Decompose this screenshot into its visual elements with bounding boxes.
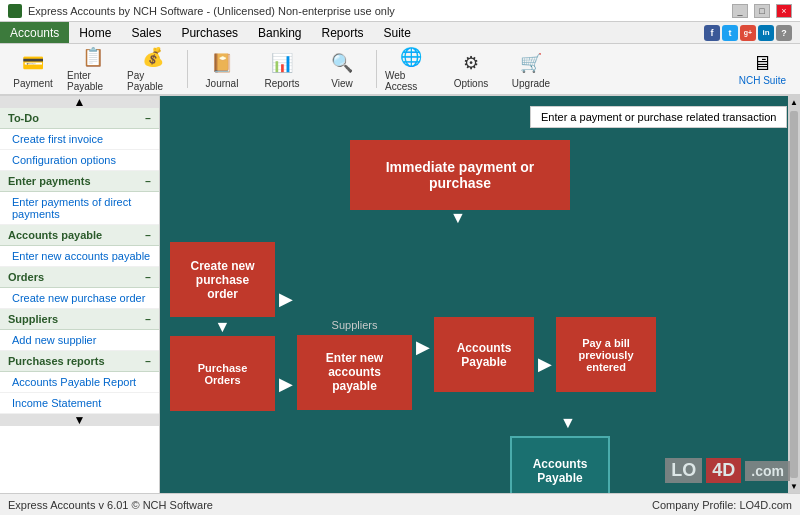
separator-1 xyxy=(187,50,188,88)
sidebar-item-income-statement[interactable]: Income Statement xyxy=(0,393,159,414)
sidebar-item-ap-report[interactable]: Accounts Payable Report xyxy=(0,372,159,393)
main-layout: ▲ To-Do − Create first invoice Configura… xyxy=(0,96,800,493)
bottom-accounts-payable-box: Accounts Payable xyxy=(510,436,610,493)
journal-icon: 📔 xyxy=(208,49,236,76)
view-button[interactable]: 🔍 View xyxy=(313,46,371,92)
web-access-button[interactable]: 🌐 Web Access xyxy=(382,46,440,92)
scroll-thumb[interactable] xyxy=(790,111,798,478)
arrows-col: ▶ ▶ xyxy=(275,242,297,411)
down-arrow-2: ▼ xyxy=(560,413,790,432)
arrow-right-2: ▶ xyxy=(412,282,434,411)
linkedin-icon[interactable]: in xyxy=(758,25,774,41)
menu-home[interactable]: Home xyxy=(69,22,121,43)
twitter-icon[interactable]: t xyxy=(722,25,738,41)
upgrade-icon: 🛒 xyxy=(517,49,545,76)
sidebar-item-create-invoice[interactable]: Create first invoice xyxy=(0,129,159,150)
content-area: ▲ ▼ Enter a payment or purchase related … xyxy=(160,96,800,493)
sidebar-item-create-purchase-order[interactable]: Create new purchase order xyxy=(0,288,159,309)
right-arrow-bottom: ▶ xyxy=(279,373,293,395)
enter-accounts-payable-box: Enter new accounts payable xyxy=(297,335,412,410)
create-purchase-order-box: Create new purchase order xyxy=(170,242,275,317)
options-icon: ⚙ xyxy=(457,49,485,76)
sidebar-item-new-accounts-payable[interactable]: Enter new accounts payable xyxy=(0,246,159,267)
down-arrow-from-immediate: ▼ xyxy=(450,210,790,226)
close-button[interactable]: × xyxy=(776,4,792,18)
sidebar-section-orders[interactable]: Orders − xyxy=(0,267,159,288)
journal-button[interactable]: 📔 Journal xyxy=(193,46,251,92)
purchase-orders-box: Purchase Orders xyxy=(170,336,275,411)
accounts-payable-box: Accounts Payable xyxy=(434,317,534,392)
suppliers-label-top: Suppliers xyxy=(332,319,378,331)
sidebar-item-direct-payments[interactable]: Enter payments of direct payments xyxy=(0,192,159,225)
view-icon: 🔍 xyxy=(328,49,356,76)
top-section: Enter a payment or purchase related tran… xyxy=(170,106,790,226)
nch-suite-label[interactable]: NCH Suite xyxy=(739,75,786,86)
pay-payable-button[interactable]: 💰 Pay Payable xyxy=(124,46,182,92)
left-col: Create new purchase order ▼ Purchase Ord… xyxy=(170,242,275,411)
enter-payable-button[interactable]: 📋 Enter Payable xyxy=(64,46,122,92)
facebook-icon[interactable]: f xyxy=(704,25,720,41)
pay-bill-col: Pay a bill previously entered xyxy=(556,317,656,411)
payment-button[interactable]: 💳 Payment xyxy=(4,46,62,92)
menu-sales[interactable]: Sales xyxy=(121,22,171,43)
scroll-down-arrow[interactable]: ▼ xyxy=(790,482,798,491)
company-profile: Company Profile: LO4D.com xyxy=(652,499,792,511)
sidebar: To-Do − Create first invoice Configurati… xyxy=(0,108,160,414)
title-bar: Express Accounts by NCH Software - (Unli… xyxy=(0,0,800,22)
social-icons: f t g+ in ? xyxy=(704,25,792,41)
watermark: LO 4D .com xyxy=(665,458,790,483)
reports-button[interactable]: 📊 Reports xyxy=(253,46,311,92)
flow-diagram: Enter a payment or purchase related tran… xyxy=(170,106,790,493)
flow-main-row: Create new purchase order ▼ Purchase Ord… xyxy=(170,242,790,411)
toolbar: 💳 Payment 📋 Enter Payable 💰 Pay Payable … xyxy=(0,44,800,96)
sidebar-item-add-supplier[interactable]: Add new supplier xyxy=(0,330,159,351)
middle-col: Suppliers Enter new accounts payable xyxy=(297,242,412,411)
down-arrow-1: ▼ xyxy=(215,317,231,336)
menu-purchases[interactable]: Purchases xyxy=(171,22,248,43)
accounts-payable-col: Accounts Payable xyxy=(434,317,534,411)
minimize-button[interactable]: _ xyxy=(732,4,748,18)
title-text: Express Accounts by NCH Software - (Unli… xyxy=(28,5,395,17)
watermark-4d: 4D xyxy=(706,458,741,483)
scroll-up-arrow[interactable]: ▲ xyxy=(790,98,798,107)
arrow-right-3: ▶ xyxy=(534,317,556,411)
sidebar-item-config[interactable]: Configuration options xyxy=(0,150,159,171)
immediate-payment-box: Immediate payment or purchase xyxy=(350,140,570,210)
separator-2 xyxy=(376,50,377,88)
payment-icon: 💳 xyxy=(19,49,47,76)
menu-banking[interactable]: Banking xyxy=(248,22,311,43)
menu-accounts[interactable]: Accounts xyxy=(0,22,69,43)
status-right: Company Profile: LO4D.com xyxy=(652,499,792,511)
window-controls[interactable]: _ □ × xyxy=(732,4,792,18)
menu-reports[interactable]: Reports xyxy=(311,22,373,43)
reports-icon: 📊 xyxy=(268,49,296,76)
pay-bill-box: Pay a bill previously entered xyxy=(556,317,656,392)
sidebar-section-accounts-payable[interactable]: Accounts payable − xyxy=(0,225,159,246)
app-icon xyxy=(8,4,22,18)
help-icon[interactable]: ? xyxy=(776,25,792,41)
watermark-com: .com xyxy=(745,461,790,481)
pay-payable-icon: 💰 xyxy=(139,46,167,68)
menu-suite[interactable]: Suite xyxy=(374,22,421,43)
right-arrow-4: ▶ xyxy=(538,353,552,375)
options-button[interactable]: ⚙ Options xyxy=(442,46,500,92)
hint-box: Enter a payment or purchase related tran… xyxy=(530,106,787,128)
sidebar-section-purchases-reports[interactable]: Purchases reports − xyxy=(0,351,159,372)
sidebar-scroll-up[interactable]: ▲ xyxy=(0,96,159,108)
upgrade-button[interactable]: 🛒 Upgrade xyxy=(502,46,560,92)
maximize-button[interactable]: □ xyxy=(754,4,770,18)
menu-bar: Accounts Home Sales Purchases Banking Re… xyxy=(0,22,800,44)
status-bar: Express Accounts v 6.01 © NCH Software C… xyxy=(0,493,800,515)
google-icon[interactable]: g+ xyxy=(740,25,756,41)
sidebar-section-todo[interactable]: To-Do − xyxy=(0,108,159,129)
enter-payable-icon: 📋 xyxy=(79,46,107,68)
sidebar-section-suppliers[interactable]: Suppliers − xyxy=(0,309,159,330)
sidebar-section-enter-payments[interactable]: Enter payments − xyxy=(0,171,159,192)
right-arrow-3: ▶ xyxy=(416,336,430,358)
watermark-lo: LO xyxy=(665,458,702,483)
status-left: Express Accounts v 6.01 © NCH Software xyxy=(8,499,213,511)
right-arrow-top: ▶ xyxy=(279,288,293,310)
web-access-icon: 🌐 xyxy=(397,46,425,68)
sidebar-scroll-down[interactable]: ▼ xyxy=(0,414,159,426)
